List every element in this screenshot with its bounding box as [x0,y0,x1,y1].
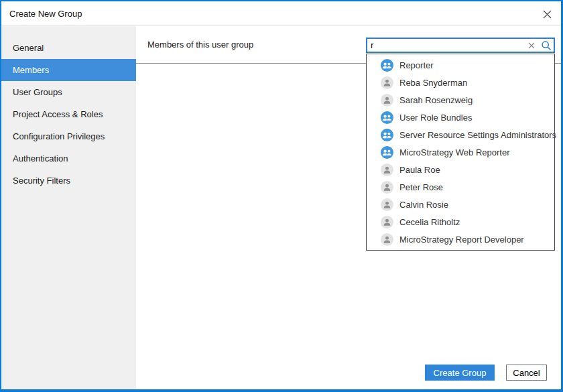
list-item-label: Cecelia Ritholtz [399,217,460,227]
content-panel: Members of this user group Reporter [136,26,561,389]
close-icon [543,10,552,19]
list-item[interactable]: Paula Roe [367,161,554,178]
list-item-label: Reba Snyderman [399,78,467,88]
list-item[interactable]: Cecelia Ritholtz [367,213,554,231]
list-item[interactable]: Calvin Rosie [367,196,554,213]
close-button[interactable] [540,7,554,21]
search-button[interactable] [539,39,554,52]
cancel-button[interactable]: Cancel [506,365,547,381]
create-group-button[interactable]: Create Group [425,365,495,381]
list-item[interactable]: MicroStrategy Report Developer [367,231,554,248]
list-item[interactable]: Reporter [367,56,554,74]
sidebar-item-authentication[interactable]: Authentication [1,147,136,170]
group-icon [381,146,393,159]
user-icon [381,76,393,89]
list-item-label: User Role Bundles [399,113,472,123]
list-item-label: Sarah Rosenzweig [399,95,473,105]
list-item[interactable]: User Role Bundles [367,109,554,126]
sidebar-item-configuration-privileges[interactable]: Configuration Privileges [1,125,136,147]
list-item[interactable]: Reba Snyderman [367,74,554,91]
list-item-label: Server Resource Settings Administrators [399,130,556,140]
list-item-label: Peter Rose [399,182,443,192]
list-item-label: MicroStrategy Web Reporter [399,147,510,157]
list-item-label: MicroStrategy Report Developer [399,235,524,245]
sidebar-item-members[interactable]: Members [1,59,136,81]
list-item[interactable]: Peter Rose [367,178,554,196]
titlebar: Create New Group [1,1,561,26]
clear-icon [528,42,535,49]
list-item[interactable]: Server Resource Settings Administrators [367,126,554,143]
member-suggestions-dropdown: Reporter Reba Snyderman Sarah Rosenzweig… [366,54,555,251]
user-icon [381,181,393,194]
sidebar-item-general[interactable]: General [1,37,136,59]
list-item[interactable]: Sarah Rosenzweig [367,91,554,109]
list-item[interactable]: MicroStrategy Web Reporter [367,143,554,161]
user-icon [381,216,393,228]
user-icon [381,198,393,211]
user-icon [381,94,393,107]
dialog-title: Create New Group [9,9,82,19]
sidebar-item-project-access-roles[interactable]: Project Access & Roles [1,103,136,125]
group-icon [381,111,393,124]
user-icon [381,233,393,246]
search-icon [541,40,552,51]
sidebar-item-security-filters[interactable]: Security Filters [1,170,136,192]
user-icon [381,164,393,176]
list-item-label: Calvin Rosie [399,200,448,210]
create-new-group-dialog: Create New Group General Members User Gr… [0,0,563,392]
list-item-label: Reporter [399,60,434,70]
group-icon [381,59,393,72]
list-item-label: Paula Roe [399,165,440,175]
member-search-box [366,38,555,53]
group-icon [381,129,393,141]
sidebar-item-user-groups[interactable]: User Groups [1,81,136,103]
clear-search-button[interactable] [524,39,539,52]
sidebar: General Members User Groups Project Acce… [1,26,136,389]
members-of-group-label: Members of this user group [147,36,253,54]
member-search-input[interactable] [367,40,524,50]
